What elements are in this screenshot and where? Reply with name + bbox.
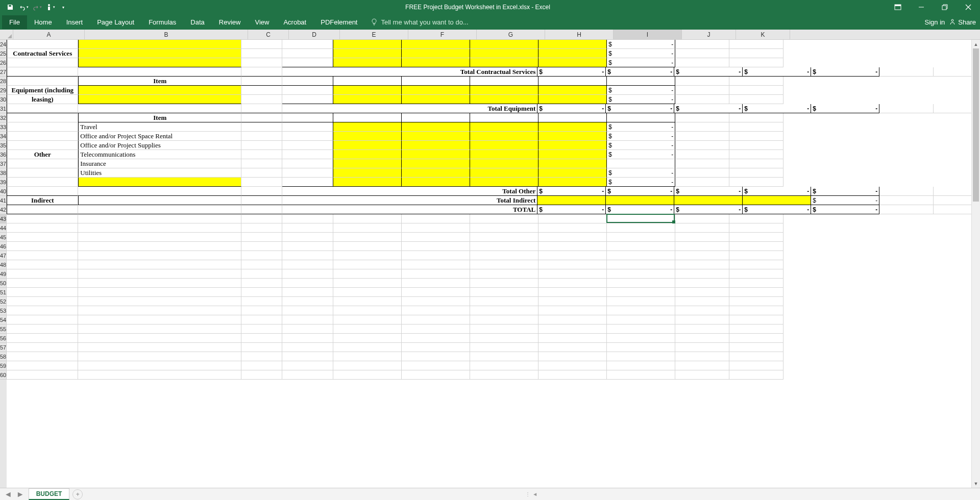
- row-head-48[interactable]: 48: [0, 260, 7, 269]
- cell-I24[interactable]: $-: [607, 40, 675, 49]
- cell-I25[interactable]: $-: [607, 49, 675, 58]
- tab-view[interactable]: View: [248, 15, 276, 29]
- cell-C58[interactable]: [241, 352, 282, 361]
- cell-D34[interactable]: [282, 132, 333, 141]
- cell-F35[interactable]: [402, 141, 470, 150]
- sheet-nav-next-icon[interactable]: ►: [16, 490, 24, 499]
- row-head-55[interactable]: 55: [0, 324, 7, 334]
- cell-G37[interactable]: [470, 159, 538, 168]
- cell-K57[interactable]: [729, 343, 783, 352]
- cell-D41[interactable]: Total Indirect: [282, 196, 537, 205]
- cell-I47[interactable]: [607, 251, 675, 260]
- cell-A54[interactable]: [7, 315, 78, 324]
- cell-H44[interactable]: [538, 223, 607, 233]
- row-head-59[interactable]: 59: [0, 361, 7, 370]
- cell-F25[interactable]: [402, 49, 470, 58]
- col-head-E[interactable]: E: [340, 30, 408, 39]
- cell-J43[interactable]: [675, 214, 729, 223]
- cell-D24[interactable]: [282, 40, 333, 49]
- cell-D37[interactable]: [282, 159, 333, 168]
- cell-A24[interactable]: [7, 40, 78, 49]
- maximize-icon[interactable]: [933, 0, 957, 14]
- cell-F37[interactable]: [402, 159, 470, 168]
- row-head-28[interactable]: 28: [0, 77, 7, 86]
- cell-D56[interactable]: [282, 334, 333, 343]
- cell-B48[interactable]: [78, 260, 241, 269]
- cell-I56[interactable]: [607, 334, 675, 343]
- cell-I34[interactable]: $-: [607, 132, 675, 141]
- cell-B38[interactable]: Utilities: [78, 168, 241, 178]
- cell-D44[interactable]: [282, 223, 333, 233]
- cell-A59[interactable]: [7, 361, 78, 370]
- cell-E38[interactable]: [333, 168, 402, 178]
- cell-F47[interactable]: [402, 251, 470, 260]
- cell-H49[interactable]: [538, 269, 607, 279]
- col-head-I[interactable]: I: [614, 30, 682, 39]
- cell-C26[interactable]: [241, 58, 282, 67]
- cell-I36[interactable]: $-: [607, 150, 675, 159]
- cell-H36[interactable]: [538, 150, 607, 159]
- cell-H26[interactable]: [538, 58, 607, 67]
- cell-I38[interactable]: $-: [607, 168, 675, 178]
- cell-G57[interactable]: [470, 343, 538, 352]
- cell-H53[interactable]: [538, 306, 607, 315]
- row-head-49[interactable]: 49: [0, 269, 7, 279]
- cell-B40[interactable]: [78, 187, 241, 196]
- cell-A60[interactable]: [7, 370, 78, 380]
- cell-C47[interactable]: [241, 251, 282, 260]
- cell-I42[interactable]: $-: [811, 205, 879, 214]
- cell-G46[interactable]: [470, 242, 538, 251]
- cell-J45[interactable]: [675, 233, 729, 242]
- cell-K24[interactable]: [729, 40, 783, 49]
- cell-B41[interactable]: [78, 196, 241, 205]
- cell-I30[interactable]: $-: [607, 95, 675, 104]
- cell-J39[interactable]: [675, 178, 729, 187]
- row-head-52[interactable]: 52: [0, 297, 7, 306]
- sheet-tab-budget[interactable]: BUDGET: [29, 488, 70, 500]
- cell-B33[interactable]: Travel: [78, 122, 241, 132]
- cell-K29[interactable]: [729, 86, 783, 95]
- cell-J51[interactable]: [675, 288, 729, 297]
- cell-C54[interactable]: [241, 315, 282, 324]
- cell-A34[interactable]: [7, 132, 78, 141]
- cell-K50[interactable]: [729, 279, 783, 288]
- cell-J26[interactable]: [675, 58, 729, 67]
- row-head-36[interactable]: 36: [0, 150, 7, 159]
- cell-A33[interactable]: [7, 122, 78, 132]
- cell-E36[interactable]: [333, 150, 402, 159]
- cell-C43[interactable]: [241, 214, 282, 223]
- cell-E43[interactable]: [333, 214, 402, 223]
- cell-E42[interactable]: $-: [537, 205, 606, 214]
- cell-H46[interactable]: [538, 242, 607, 251]
- cell-E34[interactable]: [333, 132, 402, 141]
- row-head-29[interactable]: 29: [0, 86, 7, 95]
- cell-F39[interactable]: [402, 178, 470, 187]
- cell-I43[interactable]: [607, 214, 675, 223]
- cell-C33[interactable]: [241, 122, 282, 132]
- cell-C34[interactable]: [241, 132, 282, 141]
- cell-A32[interactable]: [7, 113, 78, 122]
- cell-K36[interactable]: [729, 150, 783, 159]
- cell-G39[interactable]: [470, 178, 538, 187]
- cell-C35[interactable]: [241, 141, 282, 150]
- cell-F31[interactable]: $-: [606, 104, 674, 113]
- cell-B29[interactable]: [78, 86, 241, 95]
- col-head-J[interactable]: J: [682, 30, 736, 39]
- cell-J24[interactable]: [675, 40, 729, 49]
- cell-C56[interactable]: [241, 334, 282, 343]
- cell-B39[interactable]: [78, 178, 241, 187]
- cell-F41[interactable]: [606, 196, 674, 205]
- cell-I35[interactable]: $-: [607, 141, 675, 150]
- cell-C52[interactable]: [241, 297, 282, 306]
- sheet-nav-prev-icon[interactable]: ◄: [4, 490, 12, 499]
- cell-A46[interactable]: [7, 242, 78, 251]
- cell-J60[interactable]: [675, 370, 729, 380]
- cell-B57[interactable]: [78, 343, 241, 352]
- cell-B52[interactable]: [78, 297, 241, 306]
- cell-F24[interactable]: [402, 40, 470, 49]
- cell-C46[interactable]: [241, 242, 282, 251]
- cell-A56[interactable]: [7, 334, 78, 343]
- cell-J46[interactable]: [675, 242, 729, 251]
- cell-E54[interactable]: [333, 315, 402, 324]
- cell-F26[interactable]: [402, 58, 470, 67]
